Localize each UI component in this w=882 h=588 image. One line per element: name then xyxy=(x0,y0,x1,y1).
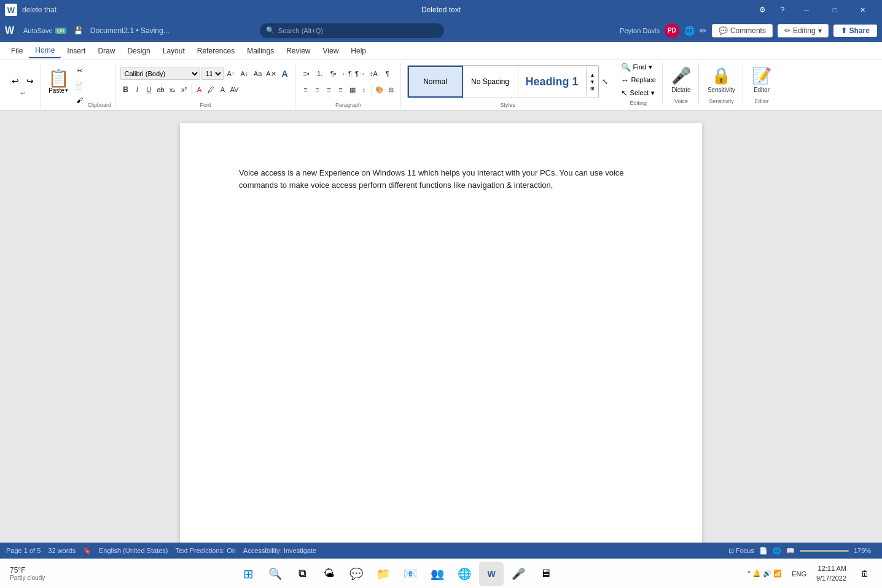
menu-insert[interactable]: Insert xyxy=(61,44,92,58)
strikethrough-button[interactable]: ab xyxy=(155,83,166,96)
search-box[interactable]: 🔍 Search (Alt+Q) xyxy=(260,23,444,38)
menu-mailings[interactable]: Mailings xyxy=(241,44,280,58)
undo-button[interactable]: ↩ xyxy=(9,74,22,88)
weather-widget[interactable]: 75°F Partly cloudy xyxy=(5,565,50,582)
widgets-button[interactable]: 🌤 xyxy=(317,562,341,586)
menu-file[interactable]: File xyxy=(5,44,29,58)
justify-button[interactable]: ≡ xyxy=(335,83,346,96)
pen-button[interactable]: ✏ xyxy=(700,26,707,36)
notification-button[interactable]: 🗓 xyxy=(853,562,877,586)
menu-layout[interactable]: Layout xyxy=(157,44,191,58)
multilevel-button[interactable]: ¶• xyxy=(327,68,340,80)
page-info[interactable]: Page 1 of 5 xyxy=(6,547,41,554)
user-avatar[interactable]: PD xyxy=(665,23,679,38)
menu-help[interactable]: Help xyxy=(345,44,372,58)
find-button[interactable]: 🔍 Find ▾ xyxy=(619,61,658,73)
editor-button[interactable]: 📝 Editor xyxy=(748,63,775,97)
bullets-button[interactable]: ≡• xyxy=(300,68,313,80)
sort-button[interactable]: ↕A xyxy=(368,68,380,80)
teams-taskbar[interactable]: 👥 xyxy=(425,562,450,586)
char-spacing-button[interactable]: AV xyxy=(229,83,240,96)
align-left-button[interactable]: ≡ xyxy=(300,83,311,96)
comments-button[interactable]: 💬 Comments xyxy=(712,24,773,37)
menu-review[interactable]: Review xyxy=(280,44,316,58)
shading-button[interactable]: 🎨 xyxy=(374,83,385,96)
zoom-slider[interactable] xyxy=(800,550,849,552)
styles-scroll-up[interactable]: ▲ xyxy=(588,72,597,78)
underline-button[interactable]: U xyxy=(144,83,155,96)
font-size-select[interactable]: 11 xyxy=(201,68,224,80)
styles-scroll-down[interactable]: ▼ xyxy=(588,79,597,85)
line-spacing-button[interactable]: ↕ xyxy=(359,83,370,96)
language[interactable]: English (United States) xyxy=(99,547,168,554)
editing-button[interactable]: ✏ Editing ▾ xyxy=(778,24,829,37)
view-read-mode[interactable]: 📖 xyxy=(786,547,795,555)
show-para-button[interactable]: ¶ xyxy=(381,68,394,80)
text-predictions[interactable]: Text Predictions: On xyxy=(175,547,235,554)
settings-button[interactable]: ⚙ xyxy=(753,0,773,20)
file-explorer-taskbar[interactable]: 📁 xyxy=(371,562,396,586)
superscript-button[interactable]: x² xyxy=(179,83,190,96)
view-web-layout[interactable]: 🌐 xyxy=(773,547,781,555)
view-print-layout[interactable]: 📄 xyxy=(759,547,768,555)
system-clock[interactable]: 12:11 AM 9/17/2022 xyxy=(813,563,850,584)
increase-indent-button[interactable]: ¶→ xyxy=(354,68,367,80)
style-normal[interactable]: Normal xyxy=(408,66,463,98)
voice-access-taskbar[interactable]: 🎤 xyxy=(506,562,531,586)
columns-button[interactable]: ▦ xyxy=(347,83,358,96)
save-quick-btn[interactable]: 💾 xyxy=(71,25,85,36)
menu-design[interactable]: Design xyxy=(121,44,156,58)
decrease-indent-button[interactable]: ←¶ xyxy=(341,68,353,80)
subscript-button[interactable]: x₂ xyxy=(167,83,178,96)
maximize-button[interactable]: □ xyxy=(821,0,849,20)
document-content[interactable]: Voice access is a new Experience on Wind… xyxy=(239,167,643,191)
search-taskbar-button[interactable]: 🔍 xyxy=(263,562,287,586)
word-count[interactable]: 32 words xyxy=(48,547,76,554)
clear-format-button[interactable]: A✕ xyxy=(265,68,278,80)
document-page[interactable]: Voice access is a new Experience on Wind… xyxy=(180,123,702,543)
language-indicator[interactable]: ENG xyxy=(788,569,810,579)
word-taskbar[interactable]: W xyxy=(479,562,504,586)
minimize-button[interactable]: ─ xyxy=(792,0,821,20)
document-paragraph[interactable]: Voice access is a new Experience on Wind… xyxy=(239,167,643,191)
autosave-control[interactable]: AutoSave On xyxy=(23,27,66,34)
start-button[interactable]: ⊞ xyxy=(236,562,260,586)
text-effects-button[interactable]: A xyxy=(279,68,291,80)
bold-button[interactable]: B xyxy=(120,83,131,96)
font-color-button[interactable]: A xyxy=(194,83,205,96)
zoom-percent[interactable]: 179% xyxy=(854,547,876,554)
system-tray[interactable]: ^ 🔔 🔊 📶 xyxy=(744,568,786,579)
decrease-font-button[interactable]: A↓ xyxy=(238,68,251,80)
edge-taskbar[interactable]: 🌐 xyxy=(452,562,477,586)
remote-desktop-taskbar[interactable]: 🖥 xyxy=(533,562,558,586)
globe-button[interactable]: 🌐 xyxy=(684,26,695,36)
format-painter-button[interactable]: 🖌 xyxy=(73,94,85,106)
styles-dialog-launcher[interactable]: ⤡ xyxy=(600,76,610,87)
style-heading1[interactable]: Heading 1 xyxy=(518,66,587,98)
menu-references[interactable]: References xyxy=(191,44,241,58)
numbering-button[interactable]: 1. xyxy=(314,68,326,80)
chat-button[interactable]: 💬 xyxy=(344,562,369,586)
text-shade-button[interactable]: A xyxy=(217,83,228,96)
paste-button[interactable]: 📋 Paste ▾ xyxy=(45,63,72,101)
task-view-button[interactable]: ⧉ xyxy=(290,562,314,586)
style-no-spacing[interactable]: No Spacing xyxy=(463,66,518,98)
highlight-button[interactable]: 🖊 xyxy=(206,83,217,96)
bookmark-icon[interactable]: 🔖 xyxy=(83,547,92,555)
help-button[interactable]: ? xyxy=(773,0,792,20)
accessibility[interactable]: Accessibility: Investigate xyxy=(243,547,316,554)
outlook-taskbar[interactable]: 📧 xyxy=(398,562,423,586)
sensitivity-button[interactable]: 🔒 Sensitivity xyxy=(704,63,739,97)
redo-button[interactable]: ↪ xyxy=(23,74,37,88)
share-button[interactable]: ⬆ Share xyxy=(833,25,877,37)
italic-button[interactable]: I xyxy=(132,83,143,96)
copy-button[interactable]: 📄 xyxy=(73,79,85,91)
increase-font-button[interactable]: A↑ xyxy=(225,68,237,80)
menu-draw[interactable]: Draw xyxy=(92,44,121,58)
menu-view[interactable]: View xyxy=(317,44,345,58)
menu-home[interactable]: Home xyxy=(29,44,61,58)
close-button[interactable]: ✕ xyxy=(849,0,877,20)
cut-button[interactable]: ✂ xyxy=(73,65,85,77)
change-case-button[interactable]: Aa xyxy=(252,68,264,80)
replace-button[interactable]: ↔ Replace xyxy=(619,74,658,86)
